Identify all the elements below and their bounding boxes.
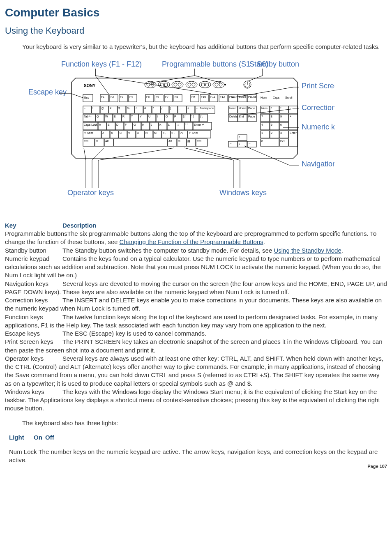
callout-function-keys: Function keys (F1 - F12): [61, 60, 142, 68]
svg-text:E: E: [114, 115, 116, 118]
svg-text:G: G: [134, 123, 136, 126]
svg-text:9: 9: [280, 115, 282, 118]
svg-text:L: L: [168, 123, 170, 126]
key-name: Standby button: [5, 246, 62, 255]
svg-text:⇧ Shift: ⇧ Shift: [189, 131, 198, 134]
svg-point-11: [192, 83, 195, 86]
svg-text:Page: Page: [248, 115, 255, 118]
svg-text:P: P: [174, 115, 176, 118]
key-name: Operator keys: [5, 355, 62, 363]
svg-rect-166: [114, 139, 167, 146]
svg-point-10: [188, 83, 191, 86]
svg-text:T: T: [131, 115, 133, 118]
brand-label: SONY: [84, 83, 96, 88]
svg-text:? /: ? /: [180, 131, 183, 134]
key-name: Print Screen keys: [5, 338, 62, 346]
svg-point-7: [174, 83, 177, 86]
svg-text:F9: F9: [191, 95, 195, 98]
cross-reference-link[interactable]: Using the Standby Mode: [274, 247, 341, 254]
cross-reference-link[interactable]: Changing the Function of the Programmabl…: [120, 238, 263, 245]
svg-text:→: →: [248, 142, 251, 145]
svg-text:@: @: [101, 107, 104, 110]
svg-text:5: 5: [271, 123, 272, 126]
svg-text:| \: | \: [200, 115, 203, 118]
svg-text:O: O: [166, 115, 168, 118]
svg-rect-225: [261, 139, 279, 146]
svg-text:← Backspace: ← Backspace: [196, 107, 214, 110]
svg-text:Del: Del: [280, 140, 285, 143]
svg-text:F5: F5: [146, 95, 150, 98]
svg-text:F1: F1: [101, 95, 104, 98]
table-row: Programmable buttonsThe six programmable…: [5, 230, 387, 246]
svg-text:Q: Q: [97, 115, 99, 118]
callout-navigation: Navigation keys: [302, 160, 334, 168]
svg-text:&: &: [144, 107, 146, 110]
svg-point-6: [172, 81, 183, 88]
svg-text:I: I: [157, 115, 158, 118]
svg-text:U: U: [148, 115, 150, 118]
key-name: Windows keys: [5, 388, 62, 396]
svg-text:#: #: [110, 107, 111, 110]
svg-text:_: _: [178, 107, 180, 110]
page-subtitle: Using the Keyboard: [5, 25, 387, 37]
table-row: Navigation keysSeveral keys are devoted …: [5, 280, 387, 297]
svg-text:F3: F3: [120, 95, 123, 98]
svg-text:6: 6: [280, 123, 282, 126]
svg-text:4: 4: [261, 123, 263, 126]
svg-text:J: J: [151, 123, 152, 126]
svg-text:⊞: ⊞: [178, 140, 180, 143]
svg-text:Home: Home: [239, 107, 247, 110]
svg-text:←: ←: [229, 142, 232, 145]
svg-text:+: +: [290, 115, 291, 118]
svg-text:Z: Z: [102, 131, 104, 134]
table-row: Num Lock The number keys on the numeric …: [9, 448, 387, 465]
svg-text:~: ~: [84, 107, 85, 110]
svg-text:K: K: [159, 123, 161, 126]
svg-text:> .: > .: [171, 131, 175, 134]
key-name: Numeric keypad: [5, 255, 62, 263]
svg-point-16: [215, 83, 218, 86]
svg-point-12: [199, 81, 211, 88]
header-light: Light: [9, 433, 34, 442]
svg-text:Delete: Delete: [229, 115, 238, 118]
callout-operator: Operator keys: [67, 189, 114, 197]
svg-point-13: [201, 83, 205, 86]
svg-text:W: W: [105, 115, 108, 118]
header-key: Key: [5, 221, 62, 230]
svg-text:F7: F7: [165, 95, 168, 98]
key-name: Programmable buttons: [5, 230, 67, 238]
svg-text:Esc: Esc: [84, 96, 89, 99]
svg-text:): ): [170, 107, 171, 110]
svg-text:3: 3: [280, 131, 282, 134]
svg-text:Insert: Insert: [229, 107, 237, 110]
header-on: On: [34, 433, 45, 442]
svg-text:7: 7: [261, 115, 263, 118]
svg-text:< ,: < ,: [163, 131, 166, 134]
svg-text:C: C: [120, 131, 122, 134]
table-row: Function keysThe twelve function keys al…: [5, 313, 387, 330]
svg-text:{ [: { [: [183, 115, 185, 118]
callout-print-screen: Print Screen key: [302, 82, 334, 90]
svg-point-5: [164, 83, 168, 86]
svg-text:(: (: [161, 107, 163, 110]
callout-standby: Standby button: [249, 60, 299, 68]
table-row: Correction keysThe INSERT and DELETE key…: [5, 296, 387, 313]
key-name: Function keys: [5, 313, 62, 321]
page-title: Computer Basics: [5, 5, 387, 21]
svg-text:$: $: [118, 107, 120, 110]
svg-text:F12: F12: [220, 95, 225, 98]
table-row: Numeric keypadContains the keys found on…: [5, 255, 387, 280]
callout-numeric: Numeric keypad: [302, 123, 334, 131]
svg-point-9: [186, 81, 197, 88]
svg-point-14: [205, 83, 209, 86]
svg-text:F: F: [125, 123, 127, 126]
callout-escape: Escape key: [28, 88, 67, 96]
svg-text:*: *: [280, 107, 281, 110]
svg-text:⊞: ⊞: [96, 140, 98, 143]
svg-text:Alt: Alt: [168, 140, 172, 143]
svg-text:F11: F11: [210, 95, 215, 98]
svg-text:Scroll: Scroll: [285, 96, 293, 99]
programmable-buttons-group: [145, 81, 226, 88]
key-description-list: Programmable buttonsThe six programmable…: [5, 230, 387, 413]
svg-text:B: B: [137, 131, 139, 134]
